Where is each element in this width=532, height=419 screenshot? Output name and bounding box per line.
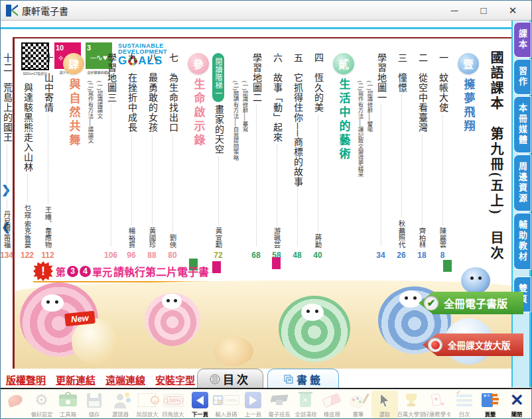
footer-link-更新連結[interactable]: 更新連結	[56, 373, 96, 387]
zoom-local-icon: +	[138, 391, 156, 409]
dotted-leader	[111, 105, 111, 246]
tabs-icon: ∗≡	[482, 391, 499, 409]
lesson-title: 畫家的天空	[212, 105, 225, 154]
tool-zoom-local[interactable]: +局部放大	[134, 390, 161, 418]
tool-brush[interactable]: 畫筆	[345, 390, 371, 418]
lesson-title: 三 憧憬	[395, 53, 408, 93]
toolbox-icon	[59, 391, 77, 409]
bottom-toolbar: ⚙偏好設定工具箱儲存選號器+局部放大100%四角放大下一頁menu輸入頁碼上一頁…	[1, 388, 531, 418]
toc-entry[interactable]: 一 蚊帳大使陳麗雲8	[435, 53, 450, 260]
toc-entry[interactable]: 學習地圖二68(一)認識修辭──摹寫(二)閱讀有方法──自我提問策略	[232, 53, 263, 260]
check-icon: ✔	[424, 296, 438, 310]
lesson-title: 八 最勇敢的女孩	[145, 53, 159, 133]
tool-label: 下一頁	[192, 410, 208, 418]
brush-icon	[350, 391, 367, 409]
lesson-page-number: 8	[440, 251, 445, 260]
lesson-page-number: 26	[397, 251, 405, 260]
marker-icon	[8, 391, 23, 409]
toc-entry[interactable]: 八 最勇敢的女孩黃國珍88	[145, 53, 159, 260]
trophy-icon	[404, 391, 419, 409]
maximize-button[interactable]: □	[469, 2, 498, 19]
tool-label: 輸入頁碼	[216, 410, 237, 418]
dotted-leader	[422, 135, 423, 225]
tool-eraser[interactable]: 橡皮擦	[318, 390, 345, 418]
unit3-badge: 3	[67, 266, 78, 277]
sidebar-tab-習作[interactable]: 習作	[513, 59, 531, 95]
tool-cards[interactable]: ♥♥好康教學卡	[425, 390, 451, 418]
table-of-contents: 壹擁夢飛翔一 蚊帳大使陳麗雲8二 從空中看臺灣齊柏林18三 憧憬秋蕪照代26學習…	[19, 53, 481, 260]
toc-group-header: 貳生活中的藝術	[331, 53, 356, 260]
lesson-author: 秋蕪照代	[397, 220, 407, 248]
tool-tabs[interactable]: ∗≡頁籤	[477, 390, 503, 418]
tool-save[interactable]: 儲存	[81, 390, 107, 418]
sidebar-tab-周邊資源[interactable]: 周邊資源	[513, 154, 531, 211]
tool-label: 上一頁	[245, 410, 261, 418]
tab-bookmark[interactable]: 書籤	[267, 369, 339, 389]
footer-link-版權聲明[interactable]: 版權聲明	[6, 373, 46, 387]
minimize-button[interactable]: ─	[440, 2, 469, 19]
tool-next[interactable]: 下一頁	[186, 390, 213, 418]
tab-toc[interactable]: 目次	[197, 369, 263, 389]
tool-label: 選號器	[113, 410, 129, 418]
tool-label: 百萬大學堂	[397, 410, 425, 418]
sidebar-tab-本冊媒體[interactable]: 本冊媒體	[513, 96, 531, 153]
toc-entry[interactable]: 學習地圖三106(一)認識議論文(二)寫作有方法──議論文	[86, 53, 118, 260]
footer-link-遠端連線[interactable]: 遠端連線	[105, 373, 145, 387]
alert-burst-icon: !	[33, 261, 53, 281]
tool-label: 橡皮擦	[324, 410, 340, 418]
tool-marker[interactable]	[2, 390, 29, 410]
toc-entry[interactable]: 閱讀階梯一畫家的天空黃宣勳72	[211, 53, 226, 260]
lesson-author: 陳麗雲	[438, 227, 448, 249]
lesson-page-number: 34	[376, 251, 385, 260]
dotted-leader	[381, 105, 381, 246]
tool-page-input[interactable]: menu輸入頁碼	[213, 390, 239, 418]
tool-grad[interactable]: 電子班長	[266, 390, 293, 418]
toc-entry[interactable]: 六 故事「動」起來游珮芸58	[269, 53, 284, 260]
footer-link-安裝字型[interactable]: 安裝字型	[155, 373, 195, 387]
unit-badge: 壹	[458, 53, 479, 74]
toc-entry[interactable]: 五 它抓得住你──商標的故事48	[290, 53, 304, 260]
full-largetext-button[interactable]: 全冊課文放大版	[423, 333, 523, 356]
tool-toc[interactable]: ✔目次	[451, 390, 478, 418]
tool-prev[interactable]: 上一頁	[239, 390, 266, 418]
tool-close[interactable]: ✕關閉	[503, 390, 530, 418]
sidebar-tab-課本[interactable]: 課本	[513, 22, 531, 58]
close-button[interactable]: ✕	[498, 2, 527, 19]
lesson-author: 乜寇·索克魯曼	[23, 204, 33, 249]
lesson-subnotes: (一)認識修辭──譬喻(二)寫作有方法──讓記敘文變得更精采	[356, 81, 373, 260]
tool-trophy[interactable]: 百萬大學堂	[398, 390, 425, 418]
tool-gear[interactable]: ⚙偏好設定	[29, 390, 55, 418]
lesson-title: 六 故事「動」起來	[270, 53, 283, 143]
lesson-page-number: 40	[313, 251, 322, 260]
lesson-title: 四 恆久的美	[311, 53, 324, 113]
tool-toolbox[interactable]: 工具箱	[55, 390, 82, 418]
toc-entry[interactable]: 九 在挫折中成長楊裕貿96	[124, 53, 139, 260]
reading-ladder-pill: 閱讀階梯一	[212, 53, 224, 102]
tool-label: 畫筆	[353, 410, 364, 418]
toc-entry[interactable]: 三 憧憬秋蕪照代26	[394, 53, 409, 260]
full-ebook-button[interactable]: ✔ 全冊電子書版	[419, 292, 523, 314]
lesson-title: 一 蚊帳大使	[436, 53, 449, 113]
unit-title: 生命啟示錄	[190, 78, 207, 148]
tool-zoom-corner[interactable]: 100%四角放大	[161, 390, 187, 418]
sidebar-tab-輔助教材[interactable]: 輔助教材	[513, 213, 531, 270]
toc-entry[interactable]: 十一 與達駭黑熊走入山林乜寇·索克魯曼122	[20, 53, 34, 260]
tool-picker[interactable]: 選號器	[107, 390, 134, 418]
clear-icon: ✕	[300, 391, 311, 409]
tool-select[interactable]: 選取	[371, 390, 398, 418]
lesson-author: 王維、韋應物	[43, 206, 53, 248]
toc-entry[interactable]: 學習地圖一34(一)認識修辭──譬喻(二)寫作有方法──讓記敘文變得更精采	[356, 53, 388, 260]
tool-clear[interactable]: ✕全部清除	[293, 390, 319, 418]
unit-badge: 貳	[333, 53, 354, 74]
top-divider	[1, 27, 531, 29]
footer-row: 版權聲明更新連結遠端連線安裝字型 目次 書籤	[1, 369, 531, 389]
dotted-leader	[152, 135, 153, 225]
toc-group-肆: 肆與自然共舞十 山中寄情王維、韋應物112十一 與達駭黑熊走入山林乜寇·索克魯曼…	[0, 53, 86, 260]
toc-entry[interactable]: 二 從空中看臺灣齊柏林18	[415, 53, 429, 260]
toc-entry[interactable]: 十二 荒島上的國王丹尼爾·笛福134	[0, 53, 14, 260]
close-icon: ✕	[510, 391, 524, 409]
toc-entry[interactable]: 七 為生命找出口劉俠80	[165, 53, 180, 260]
toc-entry[interactable]: 四 恆久的美蔣勳40	[310, 53, 325, 260]
dotted-leader	[318, 115, 318, 232]
toc-entry[interactable]: 十 山中寄情王維、韋應物112	[40, 53, 55, 260]
